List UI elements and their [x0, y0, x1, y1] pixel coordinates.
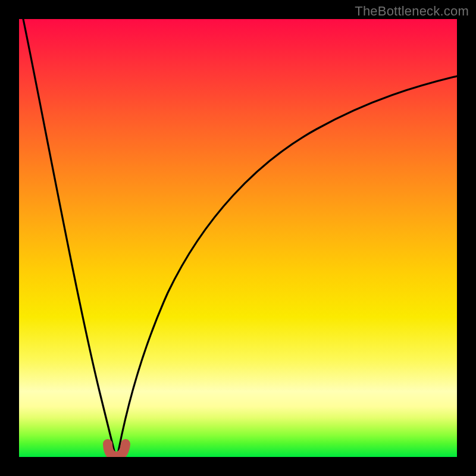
watermark-text: TheBottleneck.com	[355, 4, 469, 19]
curve-right-branch	[118, 76, 457, 451]
plot-area	[19, 19, 457, 457]
curve-left-branch	[23, 19, 114, 451]
curve-minimum-marker	[108, 444, 126, 456]
bottleneck-curve	[19, 19, 457, 457]
chart-frame: TheBottleneck.com	[0, 0, 476, 476]
